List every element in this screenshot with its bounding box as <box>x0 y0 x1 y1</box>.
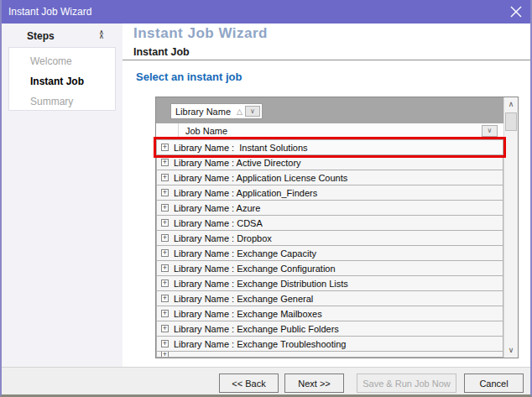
grid-group-row[interactable]: +Library Name : CDSA <box>156 215 503 231</box>
grid-row-label: Library Name : Exchange Capacity <box>174 248 316 259</box>
grid-row-label: Library Name : Application_Finders <box>174 188 317 198</box>
expand-plus-icon[interactable]: + <box>161 325 169 332</box>
back-button[interactable]: << Back <box>219 373 279 393</box>
steps-header: Steps ∧∧ <box>2 24 123 47</box>
job-name-column-header[interactable]: Job Name <box>185 126 227 136</box>
grid-group-row[interactable]: +Library Name : Active Directory <box>156 154 503 170</box>
sidebar-item-instant-job[interactable]: Instant Job <box>9 71 115 91</box>
expand-plus-icon[interactable]: + <box>161 351 169 358</box>
collapse-chevrons-icon[interactable]: ∧∧ <box>97 30 106 39</box>
scrollbar-thumb[interactable] <box>505 112 517 131</box>
steps-panel: Welcome Instant Job Summary <box>8 47 116 111</box>
grid-row-label: Library Name : Active Directory <box>174 158 301 168</box>
scroll-up-icon[interactable]: ∧ <box>504 97 518 112</box>
page-title: Instant Job Wizard <box>133 25 268 42</box>
grid-row-label: Library Name : Exchange General <box>174 294 313 304</box>
grid-row-label: Library Name : Azure <box>174 203 260 213</box>
expand-plus-icon[interactable]: + <box>161 174 169 181</box>
expand-plus-icon[interactable]: + <box>161 234 169 242</box>
section-label: Select an instant job <box>136 71 242 83</box>
grid-row-label: Library Name : Dropbox <box>174 233 272 243</box>
steps-header-label: Steps <box>27 30 55 42</box>
expand-plus-icon[interactable]: + <box>161 249 169 257</box>
group-chip-dropdown-icon[interactable]: ∨ <box>245 106 260 117</box>
expand-plus-icon[interactable]: + <box>161 310 169 317</box>
expander-column-stub <box>156 123 179 138</box>
expand-plus-icon[interactable]: + <box>161 279 169 287</box>
scroll-down-icon[interactable]: ∨ <box>504 343 518 358</box>
filter-dropdown-icon[interactable]: ∨ <box>482 125 498 137</box>
grid-group-row[interactable]: +Library Name : Exchange Mailboxes <box>156 306 503 321</box>
grid-row-label: Library Name : Exchange Troubleshooting <box>174 339 346 349</box>
grid-row-label: Library Name : Application License Count… <box>174 173 347 183</box>
grid-group-row[interactable]: +Library Name : Exchange Distribution Li… <box>156 275 503 291</box>
grid-row-label: Library Name : CDSA <box>174 218 263 228</box>
expand-plus-icon[interactable]: + <box>161 159 169 166</box>
save-run-job-button: Save & Run Job Now <box>357 373 456 393</box>
sidebar-item-summary[interactable]: Summary <box>9 91 115 112</box>
grid-row-label: Library Name : Exchange Public Folders <box>174 324 339 334</box>
grid-group-row[interactable]: +Library Name : Instant Solutions <box>156 139 503 155</box>
expand-plus-icon[interactable]: + <box>161 340 169 347</box>
grid-group-row[interactable]: +Library Name : Application License Coun… <box>156 170 503 185</box>
titlebar: Instant Job Wizard <box>0 0 532 24</box>
vertical-scrollbar[interactable]: ∧ ∨ <box>503 97 518 358</box>
grid-group-row[interactable]: +Library Name : Exchange Public Folders <box>156 321 503 337</box>
grid-group-row[interactable]: +Library Name : Application_Finders <box>156 185 503 201</box>
close-icon[interactable] <box>510 6 522 18</box>
column-header-row: Job Name ∨ <box>156 123 503 139</box>
expand-plus-icon[interactable]: + <box>161 295 169 302</box>
expand-plus-icon[interactable]: + <box>161 219 169 227</box>
wizard-dialog: Instant Job Wizard Steps ∧∧ Welcome Inst… <box>0 0 532 397</box>
grid-group-row[interactable]: +Library Name : Exchange Troubleshooting <box>156 336 503 352</box>
next-button[interactable]: Next >> <box>284 373 344 393</box>
grid-group-row[interactable]: +Library Name : Dropbox <box>156 230 503 246</box>
grid-row-label: Library Name : Exchange Distribution Lis… <box>174 279 348 289</box>
grid-rows: +Library Name : Instant Solutions+Librar… <box>156 139 503 358</box>
group-chip-label: Library Name <box>175 107 231 117</box>
grid-row-label: Library Name : Exchange Mailboxes <box>174 309 322 319</box>
expand-plus-icon[interactable]: + <box>161 264 169 272</box>
expand-plus-icon[interactable]: + <box>161 204 169 212</box>
group-chip-library-name[interactable]: Library Name △ ∨ <box>170 103 263 119</box>
expand-plus-icon[interactable]: + <box>161 144 169 151</box>
group-by-band: Library Name △ ∨ <box>156 97 518 123</box>
grid-group-row[interactable]: +Library Name : Azure <box>156 200 503 216</box>
grid-group-row[interactable]: + <box>156 351 503 358</box>
main-content: Instant Job Wizard Instant Job Select an… <box>123 24 530 367</box>
header-divider <box>123 60 530 60</box>
sidebar-item-welcome[interactable]: Welcome <box>9 51 115 71</box>
steps-sidebar: Steps ∧∧ Welcome Instant Job Summary <box>2 24 123 367</box>
grid-row-label: Library Name : Exchange Configuration <box>174 264 336 274</box>
grid-group-row[interactable]: +Library Name : Exchange Configuration <box>156 260 503 276</box>
page-subtitle: Instant Job <box>133 46 190 58</box>
grid-row-label: Library Name : Instant Solutions <box>174 143 308 153</box>
grid-group-row[interactable]: +Library Name : Exchange General <box>156 290 503 306</box>
expand-plus-icon[interactable]: + <box>161 189 169 196</box>
footer-bar: << Back Next >> Save & Run Job Now Cance… <box>2 367 530 394</box>
sort-ascending-icon: △ <box>237 107 243 116</box>
window-title: Instant Job Wizard <box>8 6 91 18</box>
jobs-grid: Library Name △ ∨ Job Name ∨ +Library Nam… <box>155 97 519 358</box>
cancel-button[interactable]: Cancel <box>464 373 524 393</box>
grid-group-row[interactable]: +Library Name : Exchange Capacity <box>156 245 503 261</box>
